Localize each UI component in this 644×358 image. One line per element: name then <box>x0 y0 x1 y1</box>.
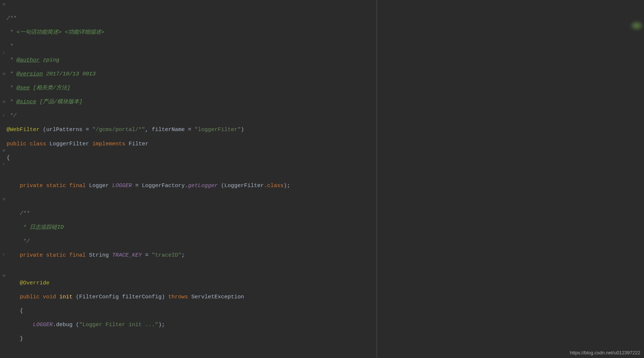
comment-end: */ <box>7 113 16 119</box>
version-val: 2017/10/13 0013 <box>43 71 96 77</box>
code-content[interactable]: /** * <一句话功能简述> <功能详细描述> * * @author zpi… <box>6 0 644 358</box>
class-name: LoggerFilter <box>49 141 89 147</box>
comment-start: /** <box>7 15 16 22</box>
code-editor[interactable]: ⊟ ⊦ ⊟ ⊟ ⊦ ⊟ ⊦ ⊟ ⊦ <box>0 0 644 358</box>
name-param: filterName <box>152 127 185 133</box>
init-msg: "Logger Filter init ..." <box>79 322 158 328</box>
override-anno-1: @Override <box>20 280 49 286</box>
name-val: "loggerFilter" <box>195 127 241 133</box>
filter-interface: Filter <box>129 141 148 147</box>
version-tag: @version <box>16 71 43 77</box>
getlogger-method: getLogger <box>188 183 218 189</box>
trace-key-field: TRACE_KEY <box>112 252 142 258</box>
comment-empty: * <box>7 43 13 49</box>
url-val: "/gcms/portal/*" <box>92 127 145 133</box>
trace-key-val: "traceID" <box>152 252 181 258</box>
see-val: [相关类/方法] <box>30 85 70 91</box>
webfilter-anno: @WebFilter <box>7 127 40 133</box>
see-tag: @see <box>16 85 30 91</box>
margin-guide <box>377 0 377 358</box>
url-param: urlPatterns <box>46 127 82 133</box>
logger-field: LOGGER <box>112 183 132 189</box>
gutter: ⊟ ⊦ ⊟ ⊟ ⊦ ⊟ ⊦ ⊟ ⊦ <box>0 0 6 358</box>
since-val: [产品/模块版本] <box>36 99 82 105</box>
author-tag: @author <box>16 57 40 63</box>
trace-comment: * 日志追踪链ID <box>20 224 64 231</box>
since-tag: @since <box>16 99 36 105</box>
watermark: https://blog.csdn.net/u012397222 <box>570 350 640 356</box>
class-kw: class <box>30 141 46 147</box>
comment-desc: * <一句话功能简述> <功能详细描述> <box>7 29 104 36</box>
implements-kw: implements <box>92 141 125 147</box>
smudge-artifact <box>629 20 644 31</box>
author-val: zping <box>40 57 59 63</box>
public-kw: public <box>7 141 26 147</box>
init-method: init <box>59 294 73 300</box>
